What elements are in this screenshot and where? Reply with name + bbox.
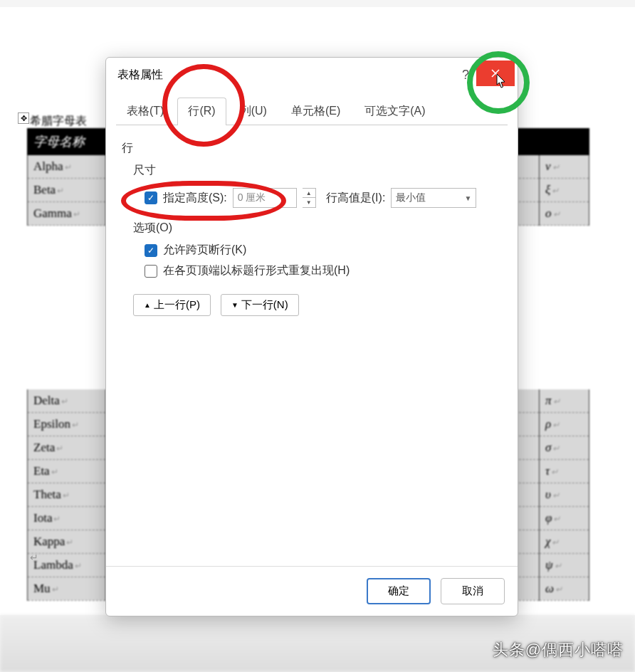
- spinner-down-icon[interactable]: ▼: [303, 198, 315, 207]
- repeat-header-label: 在各页顶端以标题行形式重复出现(H): [163, 263, 350, 278]
- cell-name: Iota↵: [28, 506, 106, 530]
- cell-name: Theta↵: [28, 483, 106, 506]
- cell-name: Delta↵: [28, 389, 106, 413]
- tab-table[interactable]: 表格(T): [116, 98, 174, 125]
- options-section-label: 选项(O): [133, 221, 502, 236]
- specify-height-row: ✓ 指定高度(S): 0 厘米 ▲ ▼ 行高值是(I): 最小值 ▼: [145, 188, 502, 208]
- cell-name: Kappa↵: [28, 530, 106, 553]
- watermark-text: 头条@偶西小嗒嗒: [493, 639, 624, 661]
- spinner-up-icon[interactable]: ▲: [303, 189, 315, 198]
- svg-line-1: [492, 70, 499, 77]
- cell-name: Mu↵: [28, 577, 106, 600]
- specify-height-label: 指定高度(S):: [163, 191, 227, 206]
- paragraph-end-mark: ↵: [30, 552, 38, 563]
- cell-symbol: ω↵: [540, 577, 589, 600]
- repeat-header-row: 在各页顶端以标题行形式重复出现(H): [145, 263, 502, 278]
- cell-symbol: π↵: [540, 389, 589, 413]
- cell-symbol: ο↵: [540, 202, 589, 226]
- allow-break-row: ✓ 允许跨页断行(K): [145, 243, 502, 258]
- next-row-label: 下一行(N): [241, 298, 288, 312]
- table-header-name: 字母名称: [28, 129, 106, 155]
- cell-symbol: χ↵: [540, 530, 589, 553]
- height-spinner[interactable]: ▲ ▼: [303, 188, 316, 208]
- triangle-down-icon: ▼: [231, 301, 238, 309]
- height-is-label: 行高值是(I):: [326, 191, 386, 206]
- dialog-footer: 确定 取消: [106, 566, 518, 616]
- tab-column[interactable]: 列(U): [229, 98, 278, 125]
- cell-name: Zeta↵: [28, 436, 106, 459]
- cell-symbol: ψ↵: [540, 553, 589, 577]
- cell-name: Lambda↵: [28, 553, 106, 577]
- repeat-header-checkbox[interactable]: [145, 265, 157, 278]
- dialog-body: 行 尺寸 ✓ 指定高度(S): 0 厘米 ▲ ▼ 行高值是(I): 最小值 ▼ …: [106, 125, 518, 566]
- height-input[interactable]: 0 厘米: [233, 188, 297, 208]
- allow-break-label: 允许跨页断行(K): [163, 243, 246, 258]
- size-section-label: 尺寸: [133, 163, 502, 178]
- dialog-tabs: 表格(T) 行(R) 列(U) 单元格(E) 可选文字(A): [106, 92, 518, 125]
- cancel-button[interactable]: 取消: [441, 578, 505, 604]
- height-is-select[interactable]: 最小值 ▼: [391, 188, 476, 208]
- prev-row-label: 上一行(P): [154, 298, 200, 312]
- cell-symbol: τ↵: [540, 459, 589, 483]
- prev-row-button[interactable]: ▲ 上一行(P): [133, 294, 211, 316]
- help-button[interactable]: ?: [455, 65, 476, 85]
- close-button[interactable]: [476, 61, 515, 86]
- cell-symbol: υ↵: [540, 483, 589, 506]
- cell-symbol: ρ↵: [540, 412, 589, 436]
- cell-symbol: ξ↵: [540, 179, 589, 202]
- row-nav: ▲ 上一行(P) ▼ 下一行(N): [133, 294, 502, 316]
- allow-break-checkbox[interactable]: ✓: [145, 244, 157, 257]
- cell-name: Gamma↵: [28, 202, 106, 226]
- specify-height-checkbox[interactable]: ✓: [145, 191, 157, 204]
- height-is-value: 最小值: [396, 191, 426, 204]
- table-header-sym: [540, 129, 589, 155]
- chevron-down-icon: ▼: [464, 194, 471, 202]
- ok-button[interactable]: 确定: [367, 578, 431, 604]
- tab-cell[interactable]: 单元格(E): [280, 98, 351, 125]
- svg-line-0: [492, 70, 499, 77]
- tab-alt-text[interactable]: 可选文字(A): [354, 98, 436, 125]
- dialog-titlebar: 表格属性 ?: [106, 58, 518, 92]
- table-move-handle-icon[interactable]: ✥: [18, 112, 29, 124]
- table-properties-dialog: 表格属性 ? 表格(T) 行(R) 列(U) 单元格(E) 可选文字(A) 行 …: [105, 57, 518, 616]
- cell-symbol: σ↵: [540, 436, 589, 459]
- cell-name: Epsilon↵: [28, 412, 106, 436]
- document-table-title: 希腊字母表: [30, 114, 87, 129]
- cell-name: Beta↵: [28, 179, 106, 202]
- cell-name: Alpha↵: [28, 155, 106, 179]
- next-row-button[interactable]: ▼ 下一行(N): [221, 294, 299, 316]
- tab-row[interactable]: 行(R): [177, 98, 226, 125]
- cell-symbol: φ↵: [540, 506, 589, 530]
- cursor-icon: [496, 73, 509, 89]
- close-icon: [490, 68, 500, 78]
- row-section-label: 行: [122, 141, 502, 156]
- dialog-title: 表格属性: [117, 68, 163, 83]
- cell-symbol: ν↵: [540, 155, 589, 179]
- cell-name: Eta↵: [28, 459, 106, 483]
- triangle-up-icon: ▲: [144, 301, 151, 309]
